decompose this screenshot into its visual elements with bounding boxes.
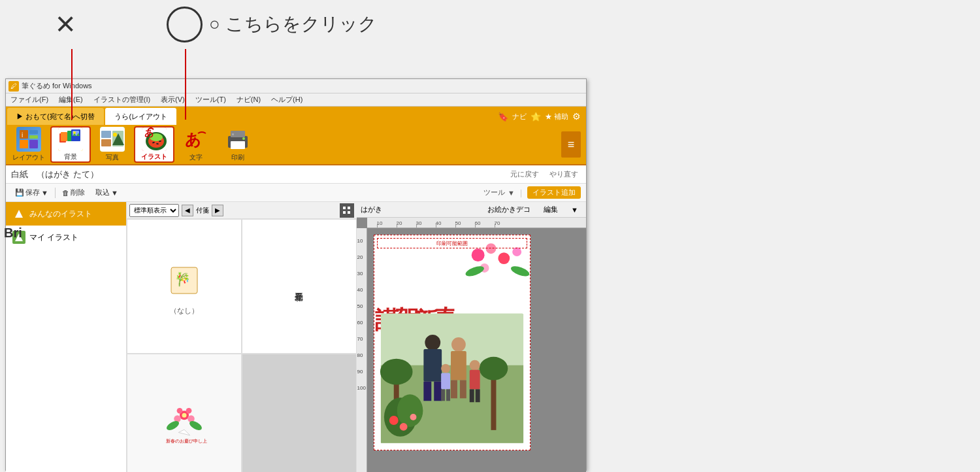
svg-rect-3: [20, 140, 28, 148]
ruler-v-10: 10: [357, 238, 363, 244]
deco-btn[interactable]: お絵かきデコ: [483, 204, 534, 215]
ruler-v-70: 70: [357, 336, 363, 342]
toolbar-illust-btn[interactable]: あ イラスト: [134, 126, 174, 163]
vertical-ruler: 10 20 30 40 50 60 70 80 90 100: [357, 228, 367, 472]
panel-tab-all[interactable]: みんなのイラスト: [6, 202, 126, 226]
import-btn[interactable]: 取込 ▼: [91, 186, 122, 199]
add-illust-btn[interactable]: イラスト追加: [527, 186, 581, 199]
illust-item-4[interactable]: [242, 354, 357, 472]
svg-point-18: [113, 133, 117, 137]
svg-text:新春のお慶び申し上げます: 新春のお慶び申し上げます: [166, 439, 207, 444]
redo-btn[interactable]: やり直す: [547, 169, 581, 180]
ruler-v-20: 20: [357, 254, 363, 260]
toolbar-background-btn[interactable]: 背景: [50, 126, 91, 163]
undo-btn[interactable]: 元に戻す: [508, 169, 542, 180]
svg-rect-31: [232, 133, 234, 135]
postcard-inner: 印刷可能範囲 謹 賀 新 春: [374, 235, 530, 450]
svg-rect-80: [441, 373, 450, 390]
svg-rect-77: [469, 389, 474, 402]
prev-btn[interactable]: ◀: [182, 205, 193, 216]
svg-rect-4: [29, 140, 38, 148]
next-btn[interactable]: ▶: [212, 205, 223, 216]
tab-back[interactable]: うら(レイアウト: [105, 108, 176, 125]
delete-btn[interactable]: 🗑 削除: [58, 186, 89, 199]
background-icon: [58, 127, 83, 151]
svg-rect-70: [434, 382, 442, 401]
menu-view[interactable]: 表示(V): [159, 94, 187, 105]
main-content: みんなのイラスト マイ イラスト 標準順表示 ◀ 付箋: [6, 202, 586, 472]
svg-point-43: [186, 408, 192, 414]
toolbar-text-btn[interactable]: あ 文字: [176, 126, 216, 163]
illust-item-3[interactable]: 新春のお慶び申し上げます: [127, 354, 242, 472]
ruler-h-50: 50: [455, 220, 461, 226]
ruler-h-40: 40: [436, 220, 442, 226]
menu-navi[interactable]: ナビ(N): [235, 94, 263, 105]
menu-edit[interactable]: 編集(E): [57, 94, 85, 105]
edit-btn[interactable]: 編集: [540, 204, 562, 215]
svg-rect-82: [446, 389, 450, 401]
illust-label-1: （なし）: [170, 306, 199, 316]
print-boundary: 印刷可能範囲: [377, 238, 527, 248]
canvas-area: はがき お絵かきデコ 編集 ▼ 10 20 30 40 50: [357, 202, 587, 472]
svg-rect-78: [475, 389, 480, 402]
toolbar-photo-btn[interactable]: 写真: [92, 126, 133, 163]
svg-point-56: [498, 252, 510, 264]
ruler-v-40: 40: [357, 287, 363, 293]
edit-arrow-btn[interactable]: ▼: [567, 205, 582, 214]
settings-icon[interactable]: ⚙: [572, 111, 581, 122]
svg-rect-69: [423, 382, 431, 401]
ruler-v-80: 80: [357, 352, 363, 358]
sort-select[interactable]: 標準順表示: [129, 204, 179, 217]
svg-point-86: [399, 423, 407, 431]
circle-mark: [167, 7, 203, 42]
illust-img-1: 🎋: [161, 258, 207, 303]
ruler-v-100: 100: [357, 385, 366, 391]
content-title-bar: 白紙 （はがき たて） 元に戻す やり直す: [6, 165, 586, 184]
ruler-v-50: 50: [357, 303, 363, 309]
svg-point-84: [397, 394, 423, 427]
svg-rect-0: [20, 130, 28, 139]
svg-point-66: [479, 357, 508, 380]
bri-text: Bri: [4, 226, 22, 241]
text-icon: あ: [184, 127, 208, 152]
svg-point-32: [242, 137, 245, 140]
ruler-v-90: 90: [357, 369, 363, 375]
svg-point-57: [512, 247, 521, 256]
svg-rect-81: [441, 389, 445, 401]
svg-text:あ: あ: [185, 131, 201, 148]
illust-toolbar: 標準順表示 ◀ 付箋 ▶: [127, 202, 357, 219]
postcard[interactable]: 印刷可能範囲 謹 賀 新 春: [374, 235, 531, 450]
svg-point-85: [389, 416, 398, 425]
menu-tools[interactable]: ツール(T): [193, 94, 228, 105]
left-panel: みんなのイラスト マイ イラスト: [6, 202, 127, 472]
svg-point-75: [469, 360, 480, 371]
all-illust-icon: [12, 207, 25, 220]
svg-rect-1: [29, 130, 38, 134]
illust-item-2[interactable]: 令和三平元旦: [242, 219, 357, 354]
grid-icon: [343, 207, 351, 214]
svg-rect-76: [469, 370, 480, 390]
menu-file[interactable]: ファイル(F): [8, 94, 50, 105]
menu-bar: ファイル(F) 編集(E) イラストの管理(I) 表示(V) ツール(T) ナビ…: [6, 93, 586, 107]
illust-item-1[interactable]: 🎋 （なし）: [127, 219, 242, 354]
panel-tab-my[interactable]: マイ イラスト: [6, 226, 126, 249]
svg-rect-15: [101, 139, 111, 146]
ruler-v-60: 60: [357, 320, 363, 326]
toolbar-print-btn[interactable]: 印刷: [218, 126, 258, 163]
menu-help[interactable]: ヘルプ(H): [269, 94, 304, 105]
save-btn[interactable]: 💾 保存 ▼: [11, 186, 52, 199]
svg-rect-14: [101, 131, 111, 138]
canvas-top-bar: はがき お絵かきデコ 編集 ▼: [357, 202, 587, 218]
svg-point-79: [441, 364, 450, 373]
tab-front[interactable]: ▶ おもて(宛て名)へ切替: [7, 108, 104, 125]
grid-view-btn[interactable]: [340, 203, 354, 218]
postcard-svg: 謹 賀 新 春: [374, 235, 530, 450]
svg-point-42: [177, 408, 183, 414]
app-window: 🖊 筆ぐるめ for Windows ファイル(F) 編集(E) イラストの管理…: [5, 78, 587, 471]
ruler-h-30: 30: [416, 220, 422, 226]
svg-text:🎋: 🎋: [174, 271, 191, 287]
svg-point-67: [425, 335, 440, 350]
svg-point-87: [410, 414, 416, 420]
menu-illust-mgr[interactable]: イラストの管理(I): [91, 94, 152, 105]
toolbar-layout-btn[interactable]: i レイアウト: [8, 126, 49, 163]
